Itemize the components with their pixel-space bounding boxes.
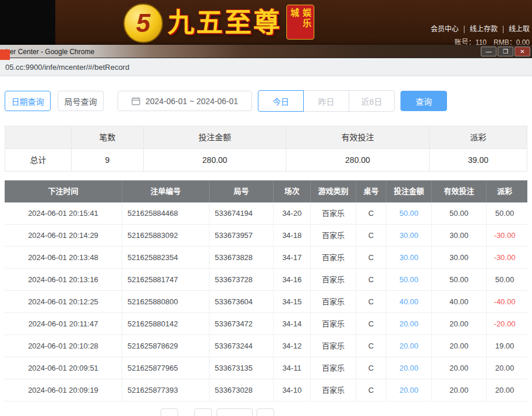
- cell-bet-time: 2024-06-01 20:10:28: [5, 335, 122, 357]
- cell-bet-id: 521625881747: [122, 269, 210, 290]
- cell-valid-bet: 50.00: [432, 269, 487, 290]
- header-bet-id: 注单编号: [122, 180, 210, 202]
- cell-valid-bet: 20.00: [432, 335, 487, 357]
- bet-amount-link[interactable]: 50.00: [399, 209, 418, 218]
- summary-header-cell: 笔数: [72, 126, 144, 148]
- bet-record-page: 日期查询 局号查询 2024-06-01 ~ 2024-06-01 今日 昨日 …: [0, 90, 532, 416]
- table-row: 2024-06-01 20:11:47 521625880142 5336734…: [5, 313, 527, 335]
- pagination-size-select[interactable]: [217, 408, 253, 416]
- minimize-button[interactable]: —: [481, 47, 496, 56]
- cell-table-no: C: [356, 335, 386, 357]
- screen: 5 九五至尊 娱乐城 会员中心 线上存款 线上取 账号：110 RMB：0.00…: [0, 0, 532, 416]
- header-session: 场次: [274, 180, 311, 202]
- cell-valid-bet: 20.00: [432, 379, 487, 401]
- cell-payout: 50.00: [487, 269, 523, 290]
- cell-round-id: 533673604: [210, 291, 274, 312]
- pagination-prev-button[interactable]: [161, 408, 178, 416]
- cell-round-id: 533673828: [210, 247, 274, 268]
- table-row: 2024-06-01 20:15:41 521625884468 5336741…: [5, 202, 527, 225]
- cell-table-no: C: [356, 291, 386, 312]
- bet-table-header-row: 下注时间 注单编号 局号 场次 游戏类别 桌号 投注金额 有效投注 派彩: [5, 180, 527, 202]
- cell-game-type: 百家乐: [311, 269, 356, 290]
- cell-valid-bet: 20.00: [432, 357, 487, 379]
- cell-bet-amount: 20.00: [386, 379, 432, 401]
- cell-session: 34-12: [274, 335, 311, 357]
- bet-amount-link[interactable]: 30.00: [399, 253, 418, 262]
- calendar-icon: [132, 97, 140, 105]
- close-button[interactable]: ✕: [515, 47, 530, 56]
- header-bet-time: 下注时间: [5, 180, 122, 202]
- cell-bet-id: 521625880142: [122, 313, 210, 335]
- cell-game-type: 百家乐: [311, 335, 356, 357]
- bet-amount-link[interactable]: 30.00: [399, 231, 418, 240]
- cell-bet-amount: 30.00: [386, 247, 432, 268]
- cell-table-no: C: [356, 357, 386, 379]
- account-info: 账号：110 RMB：0.00: [455, 37, 530, 45]
- cell-table-no: C: [356, 225, 386, 246]
- cell-game-type: 百家乐: [311, 357, 356, 379]
- cell-bet-time: 2024-06-01 20:12:25: [5, 291, 122, 312]
- table-row: 2024-06-01 20:13:48 521625882354 5336738…: [5, 247, 527, 269]
- summary-total-label: 总计: [5, 149, 72, 171]
- date-query-button[interactable]: 日期查询: [5, 91, 51, 111]
- cell-session: 34-16: [274, 269, 311, 290]
- cell-payout: 50.00: [487, 202, 523, 224]
- cell-table-no: C: [356, 313, 386, 335]
- cell-game-type: 百家乐: [311, 225, 356, 246]
- table-row: 2024-06-01 20:14:29 521625883092 5336739…: [5, 225, 527, 247]
- header-payout: 派彩: [487, 180, 523, 202]
- cell-game-type: 百家乐: [311, 202, 356, 224]
- cell-session: 34-18: [274, 225, 311, 246]
- summary-bet-amount: 280.00: [144, 149, 286, 171]
- search-button[interactable]: 查询: [400, 91, 447, 111]
- last-8-days-button[interactable]: 近8日: [349, 90, 395, 112]
- bet-amount-link[interactable]: 20.00: [399, 386, 418, 394]
- summary-header-row: 笔数 投注金额 有效投注 派彩: [5, 126, 527, 149]
- cell-valid-bet: 30.00: [432, 225, 487, 246]
- bet-amount-link[interactable]: 20.00: [399, 342, 418, 350]
- cell-bet-id: 521625880800: [122, 291, 210, 312]
- pagination-page-button[interactable]: [194, 408, 212, 416]
- pagination: [161, 408, 532, 416]
- nav-online-withdraw[interactable]: 线上取: [503, 26, 532, 33]
- cell-session: 34-11: [274, 357, 311, 379]
- today-button[interactable]: 今日: [258, 90, 304, 112]
- bet-amount-link[interactable]: 40.00: [399, 297, 418, 306]
- nav-member-center[interactable]: 会员中心: [425, 26, 464, 33]
- address-bar[interactable]: 05.cc:9900/infe/mcenter/#/betRecord: [0, 58, 532, 76]
- cell-round-id: 533673957: [210, 225, 274, 246]
- cell-game-type: 百家乐: [311, 247, 356, 268]
- round-query-button[interactable]: 局号查询: [58, 91, 104, 111]
- table-row: 2024-06-01 20:10:28 521625878629 5336732…: [5, 335, 527, 357]
- cell-bet-amount: 50.00: [386, 269, 432, 290]
- summary-bet-count: 9: [72, 149, 144, 171]
- maximize-button[interactable]: ❐: [498, 47, 513, 56]
- cell-session: 34-17: [274, 247, 311, 268]
- filter-row: 日期查询 局号查询 2024-06-01 ~ 2024-06-01 今日 昨日 …: [5, 90, 532, 112]
- header-valid-bet: 有效投注: [432, 180, 487, 202]
- cell-bet-time: 2024-06-01 20:13:48: [5, 247, 122, 268]
- cell-bet-amount: 50.00: [386, 202, 432, 224]
- cell-bet-id: 521625882354: [122, 247, 210, 268]
- browser-titlebar[interactable]: ber Center - Google Chrome — ❐ ✕: [0, 45, 532, 58]
- bet-amount-link[interactable]: 20.00: [399, 364, 418, 372]
- cell-payout: 20.00: [487, 357, 523, 379]
- cell-bet-time: 2024-06-01 20:11:47: [5, 313, 122, 335]
- cell-valid-bet: 50.00: [432, 202, 487, 224]
- cell-bet-amount: 20.00: [386, 357, 432, 379]
- cell-payout: -20.00: [487, 313, 523, 335]
- date-range-picker[interactable]: 2024-06-01 ~ 2024-06-01: [118, 91, 252, 111]
- quick-range-group: 今日 昨日 近8日: [258, 90, 395, 112]
- bet-amount-link[interactable]: 20.00: [399, 319, 418, 328]
- cell-table-no: C: [356, 202, 386, 224]
- cell-round-id: 533673028: [210, 379, 274, 401]
- cell-table-no: C: [356, 247, 386, 268]
- yesterday-button[interactable]: 昨日: [303, 90, 349, 112]
- cell-game-type: 百家乐: [311, 313, 356, 335]
- pagination-next-button[interactable]: [257, 408, 274, 416]
- bet-amount-link[interactable]: 50.00: [399, 275, 418, 284]
- cell-bet-amount: 40.00: [386, 291, 432, 312]
- date-range-value: 2024-06-01 ~ 2024-06-01: [146, 97, 238, 106]
- cell-bet-time: 2024-06-01 20:09:51: [5, 357, 122, 379]
- nav-online-deposit[interactable]: 线上存款: [464, 26, 503, 33]
